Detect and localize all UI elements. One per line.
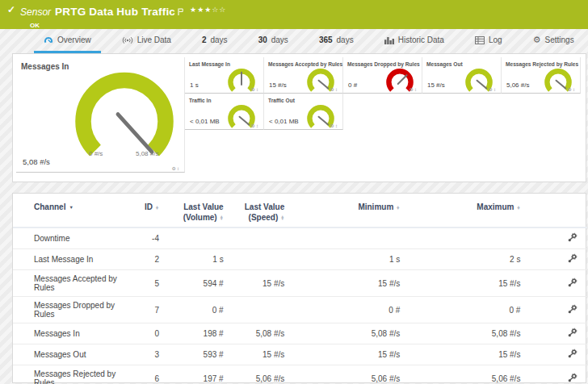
gauge-tile-last-message-in: Last Message In 1 s ⚙↕ bbox=[185, 57, 264, 94]
sensor-status-badge: OK bbox=[30, 22, 588, 29]
gauge-pin-icon[interactable]: ↕ bbox=[494, 87, 497, 92]
channel-settings-icon[interactable] bbox=[567, 331, 578, 340]
channel-minimum-cell: 5,06 #/s bbox=[291, 365, 406, 384]
channel-name-cell: Last Message In bbox=[13, 249, 136, 270]
gauge-messages-in bbox=[64, 65, 185, 173]
gauge-pin-icon[interactable]: ↕ bbox=[177, 166, 180, 171]
tab-overview[interactable]: Overview bbox=[34, 29, 101, 53]
gauge-pin-icon[interactable]: ↕ bbox=[414, 87, 418, 92]
sensor-titlebar: ✓SensorPRTG Data Hub Traffic★★★☆☆ OK bbox=[0, 0, 588, 29]
column-header-id[interactable]: ID▲▼ bbox=[136, 195, 166, 227]
channel-last-speed-cell bbox=[230, 297, 292, 323]
sort-icon: ▲▼ bbox=[516, 206, 520, 211]
priority-stars[interactable]: ★★★☆☆ bbox=[190, 4, 226, 14]
gauge-tile-messages-accepted: Messages Accepted by Rules 15 #/s ⚙↕ bbox=[264, 57, 343, 94]
channel-name-cell: Messages In bbox=[13, 323, 136, 344]
channel-last-volume-cell: 198 # bbox=[166, 323, 230, 344]
gear-icon: ⚙ bbox=[533, 35, 541, 44]
channel-minimum-cell: 15 #/s bbox=[291, 270, 406, 297]
channel-settings-icon[interactable] bbox=[567, 236, 578, 244]
table-header-row: Channel▼ ID▲▼ Last Value(Volume)▲▼ Last … bbox=[13, 195, 587, 227]
tab-30-days[interactable]: 30 days bbox=[249, 29, 298, 53]
channel-settings-icon[interactable] bbox=[567, 307, 578, 316]
tab-365-days[interactable]: 365 days bbox=[309, 29, 363, 53]
channel-maximum-cell: 5,08 #/s bbox=[406, 323, 527, 344]
column-header-maximum[interactable]: Maximum▲▼ bbox=[406, 195, 527, 227]
broadcast-icon bbox=[122, 36, 133, 44]
channel-minimum-cell bbox=[291, 227, 406, 249]
channel-table-panel: Channel▼ ID▲▼ Last Value(Volume)▲▼ Last … bbox=[12, 193, 586, 383]
sort-icon: ▲▼ bbox=[155, 206, 159, 211]
channel-maximum-cell: 0 # bbox=[406, 297, 527, 323]
channel-last-speed-cell: 5,08 #/s bbox=[230, 323, 292, 344]
table-row: Downtime -4 bbox=[13, 227, 587, 249]
channel-id-cell: 5 bbox=[136, 270, 166, 297]
channel-settings-icon[interactable] bbox=[567, 352, 578, 361]
gauge-pin-icon[interactable]: ↕ bbox=[335, 87, 338, 92]
channel-settings-icon[interactable] bbox=[567, 257, 578, 265]
channel-name-cell: Messages Accepted by Rules bbox=[13, 270, 136, 297]
channel-minimum-cell: 15 #/s bbox=[291, 344, 406, 365]
table-row: Messages Rejected by Rules 6 197 # 5,06 … bbox=[13, 365, 587, 384]
channel-id-cell: 0 bbox=[136, 323, 166, 344]
gauge-row-1: Last Message In 1 s ⚙↕ Messages Accepted… bbox=[185, 57, 582, 94]
channel-last-volume-cell bbox=[166, 227, 230, 249]
table-row: Messages Out 3 593 # 15 #/s 15 #/s 15 #/… bbox=[13, 344, 587, 365]
channel-table: Channel▼ ID▲▼ Last Value(Volume)▲▼ Last … bbox=[13, 195, 587, 384]
gauge-value: 5,08 #/s bbox=[23, 157, 50, 166]
small-gauge-grid: Last Message In 1 s ⚙↕ Messages Accepted… bbox=[185, 57, 582, 178]
tab-2-days[interactable]: 2 days bbox=[192, 29, 237, 53]
gauge-pin-icon[interactable]: ↕ bbox=[256, 87, 259, 92]
gauge-icon bbox=[44, 35, 53, 44]
channel-maximum-cell: 5,06 #/s bbox=[406, 365, 527, 384]
gauge-tile-traffic-in: Traffic In < 0,01 MB ⚙↕ bbox=[185, 94, 264, 130]
table-row: Messages Accepted by Rules 5 594 # 15 #/… bbox=[13, 270, 587, 297]
gauge-row-2: Traffic In < 0,01 MB ⚙↕ Traffic Out < 0,… bbox=[185, 94, 582, 130]
channel-last-speed-cell bbox=[230, 249, 292, 270]
gauge-tile-messages-rejected: Messages Rejected by Rules 5,06 #/s ⚙↕ bbox=[502, 57, 581, 94]
tab-historic-data[interactable]: Historic Data bbox=[375, 29, 454, 53]
sort-desc-icon: ▼ bbox=[69, 205, 73, 210]
channel-last-speed-cell: 15 #/s bbox=[230, 270, 292, 297]
tab-settings[interactable]: ⚙ Settings bbox=[523, 29, 584, 53]
channel-last-volume-cell: 594 # bbox=[166, 270, 230, 297]
channel-last-speed-cell: 5,06 #/s bbox=[230, 365, 292, 384]
gauge-tile-messages-in: Messages In 0 #/s 5,08 #/s 5,08 #/s ⚙↕ bbox=[16, 57, 185, 173]
channel-name-cell: Messages Out bbox=[13, 344, 136, 365]
channel-maximum-cell: 15 #/s bbox=[406, 270, 527, 297]
gauge-pin-icon[interactable]: ↕ bbox=[256, 123, 259, 128]
channel-last-volume-cell: 1 s bbox=[166, 249, 230, 270]
channel-last-volume-cell: 593 # bbox=[166, 344, 230, 365]
sort-icon: ▲▼ bbox=[220, 215, 224, 220]
table-row: Messages In 0 198 # 5,08 #/s 5,08 #/s 5,… bbox=[13, 323, 587, 344]
channel-settings-icon[interactable] bbox=[567, 281, 578, 290]
channel-minimum-cell: 1 s bbox=[291, 249, 406, 270]
gauge-pin-icon[interactable]: ↕ bbox=[335, 123, 338, 128]
sort-icon: ▲▼ bbox=[280, 215, 284, 220]
channel-name-cell: Downtime bbox=[13, 227, 136, 249]
channel-minimum-cell: 0 # bbox=[291, 297, 406, 323]
flag-icon[interactable] bbox=[178, 4, 183, 19]
column-header-minimum[interactable]: Minimum▲▼ bbox=[291, 195, 406, 227]
gauge-tile-traffic-out: Traffic Out < 0,01 MB ⚙↕ bbox=[264, 94, 343, 130]
bar-chart-icon bbox=[384, 36, 394, 44]
sort-icon: ▲▼ bbox=[396, 206, 400, 211]
sensor-title: PRTG Data Hub Traffic bbox=[55, 6, 175, 18]
column-header-last-value-volume[interactable]: Last Value(Volume)▲▼ bbox=[166, 195, 230, 227]
channel-id-cell: 7 bbox=[136, 297, 166, 323]
tab-log[interactable]: Log bbox=[465, 29, 512, 53]
table-row: Messages Dropped by Rules 7 0 # 0 # 0 # bbox=[13, 297, 587, 323]
channel-last-speed-cell: 15 #/s bbox=[230, 344, 292, 365]
gauge-pin-icon[interactable]: ↕ bbox=[573, 87, 576, 92]
channel-id-cell: 6 bbox=[136, 365, 166, 384]
channel-last-volume-cell: 0 # bbox=[166, 297, 230, 323]
channel-id-cell: 2 bbox=[136, 249, 166, 270]
channel-id-cell: -4 bbox=[136, 227, 166, 249]
column-header-channel[interactable]: Channel▼ bbox=[13, 195, 136, 227]
tab-live-data[interactable]: Live Data bbox=[112, 29, 181, 53]
channel-maximum-cell: 2 s bbox=[406, 249, 527, 270]
channel-settings-icon[interactable] bbox=[567, 376, 578, 384]
table-icon bbox=[475, 36, 485, 44]
gauge-tile-messages-dropped: Messages Dropped by Rules 0 # ⚙↕ bbox=[343, 57, 422, 94]
column-header-last-value-speed[interactable]: Last Value(Speed)▲▼ bbox=[230, 195, 292, 227]
